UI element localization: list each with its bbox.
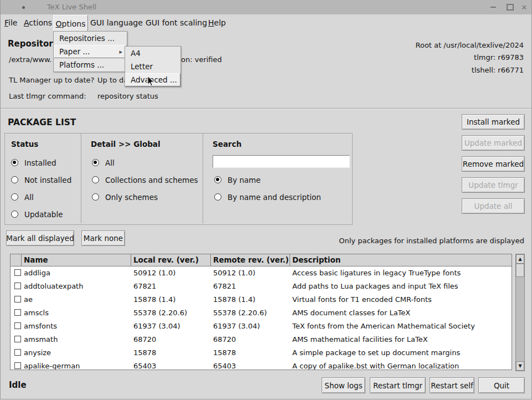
radio-by-name-desc[interactable] (214, 193, 221, 201)
row-checkbox[interactable] (14, 336, 21, 342)
radio-installed[interactable] (11, 159, 18, 166)
status-text: Idle (9, 380, 27, 390)
radio-detail-all-label: All (105, 158, 115, 167)
horizontal-separator (0, 108, 532, 109)
divider (203, 134, 203, 223)
root-path: Root at /usr/local/texlive/2024 (415, 41, 524, 49)
mouse-cursor (147, 76, 155, 87)
scroll-up-icon: ▲ (518, 257, 521, 261)
uptodate-label: TL Manager up to date? (9, 76, 94, 84)
detail-group-label: Detail >> Global (91, 140, 161, 148)
table-row[interactable]: apalike-german6540365403A copy of apalik… (11, 360, 512, 370)
scroll-up-button[interactable]: ▲ (516, 254, 524, 264)
row-checkbox[interactable] (14, 309, 21, 316)
divider (81, 134, 81, 223)
table-row[interactable]: addtoluatexpath6782167821Add paths to Lu… (11, 280, 512, 293)
close-button[interactable]: ✕ (517, 0, 531, 14)
menu-bar: File Actions Options GUI language GUI fo… (0, 14, 532, 31)
app-icon (22, 6, 25, 9)
table-row[interactable]: anysize1587815878A simple package to set… (11, 346, 512, 360)
remove-marked-button[interactable]: Remove marked (462, 156, 525, 172)
radio-installed-label: Installed (24, 158, 56, 167)
menu-item-repositories[interactable]: Repositories ... (54, 32, 127, 45)
table-header: Name Local rev. (ver.) Remote rev. (ver.… (11, 254, 512, 266)
update-all-button[interactable]: Update all (462, 198, 525, 214)
package-table: Name Local rev. (ver.) Remote rev. (ver.… (10, 254, 512, 370)
menu-options[interactable]: Options (53, 15, 88, 32)
options-dropdown-menu: Repositories ... Paper ... ▸ Platforms .… (53, 31, 127, 72)
radio-not-installed-label: Not installed (24, 176, 71, 184)
update-marked-button[interactable]: Update marked (462, 135, 525, 151)
table-row[interactable]: amscls55378 (2.20.6)55378 (2.20.6)AMS do… (11, 306, 512, 320)
menu-item-platforms[interactable]: Platforms ... (54, 58, 127, 71)
table-row[interactable]: ae15878 (1.4)15878 (1.4)Virtual fonts fo… (11, 293, 512, 306)
row-checkbox[interactable] (14, 296, 21, 302)
radio-only-schemes-label: Only schemes (105, 193, 158, 202)
update-tlmgr-button[interactable]: Update tlmgr (462, 177, 525, 193)
repository-verification-fragment: on: verified (181, 55, 222, 64)
menu-item-paper[interactable]: Paper ... ▸ (54, 45, 127, 58)
close-icon: ✕ (521, 3, 528, 12)
lastcmd-value: repository status (97, 92, 158, 100)
table-row[interactable]: amsfonts61937 (3.04)61937 (3.04)TeX font… (11, 320, 512, 333)
table-row[interactable]: addliga50912 (1.0)50912 (1.0)Access basi… (11, 266, 512, 280)
row-checkbox[interactable] (14, 362, 21, 369)
table-row[interactable]: amsmath6872068720AMS mathematical facili… (11, 333, 512, 346)
menu-actions[interactable]: Actions (24, 18, 52, 27)
radio-collections-label: Collections and schemes (105, 176, 198, 184)
search-input[interactable] (213, 155, 350, 168)
col-desc[interactable]: Description (290, 254, 512, 266)
vertical-scrollbar[interactable]: ▲ ▼ (515, 254, 525, 371)
col-local[interactable]: Local rev. (ver.) (131, 254, 211, 266)
install-marked-button[interactable]: Install marked (462, 114, 525, 130)
mark-none-button[interactable]: Mark none (81, 230, 125, 246)
maximize-button[interactable] (503, 0, 517, 14)
restart-tlmgr-button[interactable]: Restart tlmgr (370, 377, 426, 393)
window-title: TeX Live Shell (47, 3, 96, 11)
radio-all-status-label: All (24, 193, 34, 202)
col-mark[interactable] (11, 254, 22, 266)
row-checkbox[interactable] (14, 322, 21, 329)
uptodate-value: Up to da (97, 76, 128, 84)
mark-all-displayed-button[interactable]: Mark all displayed (6, 230, 74, 246)
restart-self-button[interactable]: Restart self (430, 377, 474, 393)
menu-item-letter[interactable]: Letter (125, 60, 180, 73)
repository-url-fragment: /extra/www. (9, 55, 51, 64)
search-group-label: Search (213, 140, 241, 148)
radio-only-schemes[interactable] (92, 193, 99, 201)
col-name[interactable]: Name (22, 254, 131, 266)
platforms-note: Only packages for installed platforms ar… (339, 237, 524, 245)
maximize-icon (507, 4, 514, 11)
repository-heading: Repository (8, 39, 59, 49)
row-checkbox[interactable] (14, 349, 21, 356)
radio-not-installed[interactable] (11, 176, 18, 183)
radio-detail-all[interactable] (92, 159, 99, 166)
radio-collections[interactable] (92, 176, 99, 183)
radio-by-name-desc-label: By name and description (228, 193, 321, 202)
tlshell-revision: tlshell: r66771 (472, 66, 524, 74)
radio-by-name-label: By name (228, 176, 261, 184)
scroll-down-icon: ▼ (518, 363, 521, 368)
menu-file[interactable]: File (4, 18, 17, 27)
radio-updatable[interactable] (11, 211, 18, 218)
show-logs-button[interactable]: Show logs (322, 377, 365, 393)
quit-button[interactable]: Quit (478, 377, 525, 393)
menu-gui-language[interactable]: GUI language (90, 18, 143, 27)
radio-updatable-label: Updatable (24, 210, 63, 219)
submenu-arrow-icon: ▸ (119, 48, 122, 55)
col-remote[interactable]: Remote rev. (ver.) (211, 254, 290, 266)
menu-item-a4[interactable]: A4 (125, 47, 180, 60)
menu-gui-font-scaling[interactable]: GUI font scaling (146, 18, 207, 27)
lastcmd-label: Last tlmgr command: (9, 92, 86, 100)
tlmgr-revision: tlmgr: r69783 (474, 53, 524, 61)
minimize-button[interactable] (486, 0, 500, 14)
menu-help[interactable]: Help (208, 18, 226, 27)
radio-by-name[interactable] (214, 176, 221, 183)
radio-all-status[interactable] (11, 193, 18, 201)
row-checkbox[interactable] (14, 269, 21, 276)
package-list-heading: PACKAGE LIST (8, 117, 76, 127)
scroll-down-button[interactable]: ▼ (516, 361, 524, 371)
scrollbar-thumb[interactable] (516, 264, 524, 277)
row-checkbox[interactable] (14, 283, 21, 289)
status-group-label: Status (11, 140, 38, 148)
